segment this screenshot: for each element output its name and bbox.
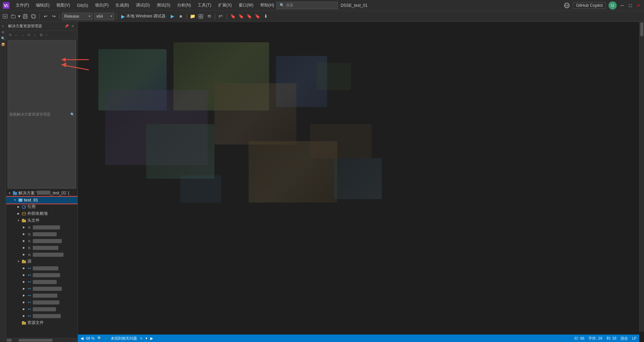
header-file-4[interactable]: ▶ h xyxy=(6,244,78,251)
toolbar-grid[interactable] xyxy=(197,13,205,20)
sidebar-icon-4[interactable]: 📦 xyxy=(0,42,6,47)
config-dropdown[interactable]: Release ▾ xyxy=(62,13,93,20)
hf3-label xyxy=(33,239,62,243)
toolbar-perf[interactable] xyxy=(217,13,225,20)
header-file-2[interactable]: ▶ h xyxy=(6,231,78,238)
se-pin-icon[interactable]: 📌 xyxy=(64,24,69,29)
source-file-4[interactable]: ▶ ++ xyxy=(6,285,78,292)
hf4-arrow: ▶ xyxy=(21,245,27,251)
references-node[interactable]: ▶ ↗ 引用 xyxy=(6,204,78,210)
no-issues-text[interactable]: 未找到相关问题 xyxy=(111,336,137,341)
menu-window[interactable]: 窗口(W) xyxy=(236,1,256,10)
source-file-5[interactable]: ▶ ++ xyxy=(6,292,78,299)
source-file-6[interactable]: ▶ ++ xyxy=(6,299,78,306)
menu-edit[interactable]: 编辑(E) xyxy=(33,1,52,10)
scroll-left-btn[interactable]: ◀ xyxy=(81,336,83,341)
zoom-icon[interactable]: 🔍 xyxy=(97,336,102,341)
run-button[interactable]: ▶ 本地 Windows 调试器 xyxy=(119,13,168,20)
toolbar-redo[interactable]: ↪ xyxy=(50,13,57,20)
toolbar-sep-4 xyxy=(186,13,187,19)
scroll-right-btn[interactable]: ▶ xyxy=(150,336,153,341)
se-tree[interactable]: ▾ 解决方案 ' _test_01' ( ▾ xyxy=(6,189,78,338)
toolbar-save-all[interactable] xyxy=(30,13,37,20)
menu-file[interactable]: 文件(F) xyxy=(13,1,32,10)
github-copilot-icon[interactable] xyxy=(563,2,570,9)
sources-folder[interactable]: ▾ 源 xyxy=(6,258,78,265)
sidebar-icon-2[interactable]: ⚙ xyxy=(0,29,6,35)
menu-debug[interactable]: 调试(D) xyxy=(133,1,153,10)
menu-project[interactable]: 项目(P) xyxy=(92,1,111,10)
toolbar-undo[interactable]: ↩ xyxy=(42,13,49,20)
main-content: ≡ ⚙ 🔍 📦 解决方案资源管理器 📌 ✕ ⟳ ← → ↺ ↕ ⚙ ··· 搜索… xyxy=(0,22,644,342)
resources-folder[interactable]: 资源文件 xyxy=(6,319,78,326)
toolbar-new-project[interactable] xyxy=(1,13,9,20)
line-ending-info[interactable]: LF xyxy=(632,336,636,340)
header-file-5[interactable]: ▶ h xyxy=(6,251,78,258)
toolbar: ▾ ↩ ↪ Release ▾ x64 ▾ ▶ 本地 Windows 调试器 ▶… xyxy=(0,11,644,22)
menu-tools[interactable]: 工具(T) xyxy=(195,1,214,10)
toolbar-bookmark-down[interactable]: ⬇ xyxy=(262,13,269,20)
extdeps-arrow: ▶ xyxy=(16,211,21,217)
source-file-2[interactable]: ▶ ++ xyxy=(6,272,78,279)
menu-analyze[interactable]: 分析(N) xyxy=(174,1,194,10)
run-sub-btn[interactable]: ▶ xyxy=(169,13,176,20)
menu-view[interactable]: 视图(V) xyxy=(54,1,73,10)
source-file-3[interactable]: ▶ ++ xyxy=(6,279,78,285)
project-node[interactable]: ▾ test_01 xyxy=(6,197,78,204)
maximize-button[interactable]: □ xyxy=(628,3,633,8)
toolbar-open[interactable] xyxy=(10,13,17,20)
toolbar-dropdown-open[interactable]: ▾ xyxy=(17,13,21,20)
toolbar-bookmark[interactable]: 🔖 xyxy=(229,13,237,20)
github-copilot-button[interactable]: GitHub Copilot xyxy=(573,2,606,9)
header-file-3[interactable]: ▶ h xyxy=(6,238,78,244)
resources-icon xyxy=(21,320,27,326)
menu-test[interactable]: 测试(S) xyxy=(154,1,173,10)
sidebar-icon-3[interactable]: 🔍 xyxy=(0,35,6,41)
hf1-label xyxy=(33,225,60,229)
external-deps-node[interactable]: ▶ 外部依赖项 xyxy=(6,210,78,217)
toolbar-save[interactable] xyxy=(22,13,29,20)
se-tb-refresh[interactable]: ↺ xyxy=(26,32,31,38)
sidebar-icon-1[interactable]: ≡ xyxy=(0,23,6,29)
headers-folder[interactable]: ▾ 头文件 xyxy=(6,217,78,224)
toolbar-bookmark-4[interactable]: 🔖 xyxy=(254,13,261,20)
title-search-box[interactable]: 🔍 搜索 xyxy=(277,2,338,9)
se-close-icon[interactable]: ✕ xyxy=(70,24,75,29)
solution-root[interactable]: ▾ 解决方案 ' _test_01' ( xyxy=(6,190,78,197)
stop-btn[interactable]: ■ xyxy=(177,13,184,20)
toolbar-bookmark-3[interactable]: 🔖 xyxy=(246,13,253,20)
editor-area[interactable] xyxy=(78,22,644,342)
minimize-button[interactable]: ─ xyxy=(619,3,625,8)
se-tb-back[interactable]: ← xyxy=(14,32,19,38)
se-tb-sync[interactable]: ⟳ xyxy=(8,32,13,38)
menu-git[interactable]: Git(G) xyxy=(74,2,91,9)
toolbar-folder[interactable]: 📁 xyxy=(189,13,196,20)
zoom-level[interactable]: 68 % xyxy=(86,336,95,340)
format-icon[interactable]: ∿ xyxy=(140,336,143,341)
menu-build[interactable]: 生成(B) xyxy=(113,1,132,10)
user-avatar[interactable]: U xyxy=(608,1,617,10)
resources-arrow xyxy=(16,320,21,326)
format-dropdown-icon[interactable]: ▾ xyxy=(145,336,148,341)
se-hscroll-thumb[interactable] xyxy=(18,339,53,342)
se-hscroll[interactable] xyxy=(6,338,78,342)
header-file-1[interactable]: ▶ h xyxy=(6,224,78,231)
se-tb-settings[interactable]: ⚙ xyxy=(38,32,44,38)
menu-help[interactable]: 帮助(H) xyxy=(257,1,277,10)
encoding-info[interactable]: 混合 xyxy=(620,336,628,341)
source-file-7[interactable]: ▶ ++ xyxy=(6,306,78,313)
platform-dropdown[interactable]: x64 ▾ xyxy=(94,13,114,20)
vertical-scrollbar[interactable] xyxy=(639,22,644,332)
source-file-8[interactable]: ▶ ++ xyxy=(6,313,78,319)
editor-status-bar: ◀ 68 % 🔍 ✓ 未找到相关问题 ∿ ▾ ▶ 行: 66 字符: 29 列:… xyxy=(78,334,639,342)
se-tb-forward[interactable]: → xyxy=(20,32,25,38)
se-search-bar[interactable]: 搜索解决方案资源管理器 🔍 xyxy=(8,40,76,189)
se-tb-expand[interactable]: ↕ xyxy=(32,32,38,38)
menu-extensions[interactable]: 扩展(X) xyxy=(215,1,235,10)
close-button[interactable]: ✕ xyxy=(636,3,641,8)
toolbar-rotate[interactable]: ⟲ xyxy=(205,13,213,20)
source-file-1[interactable]: ▶ ++ xyxy=(6,265,78,272)
char-info: 字符: 29 xyxy=(588,336,602,341)
toolbar-bookmark-2[interactable]: 🔖 xyxy=(237,13,245,20)
sf4-label xyxy=(33,287,62,291)
